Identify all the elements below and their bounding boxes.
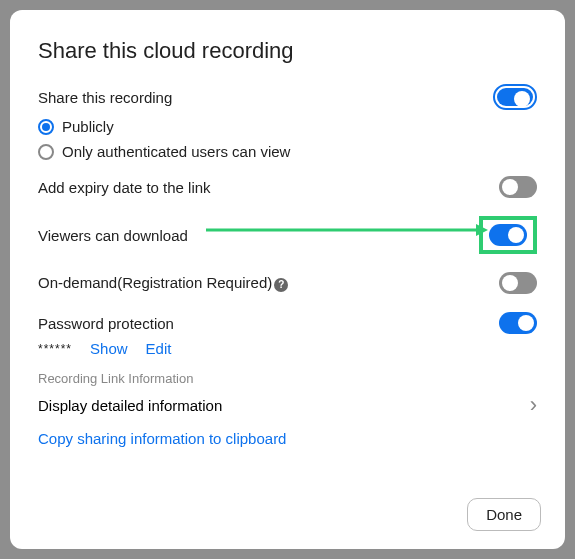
radio-publicly-label: Publicly bbox=[62, 118, 114, 135]
password-actions: ****** Show Edit bbox=[38, 340, 537, 357]
download-row: Viewers can download bbox=[38, 216, 537, 254]
dialog-title: Share this cloud recording bbox=[38, 38, 537, 64]
help-icon[interactable]: ? bbox=[274, 278, 288, 292]
chevron-right-icon: › bbox=[530, 392, 537, 418]
show-password-link[interactable]: Show bbox=[90, 340, 128, 357]
download-label: Viewers can download bbox=[38, 227, 188, 244]
ondemand-label: On-demand(Registration Required)? bbox=[38, 274, 288, 292]
share-recording-row: Share this recording bbox=[38, 84, 537, 110]
done-button[interactable]: Done bbox=[467, 498, 541, 531]
edit-password-link[interactable]: Edit bbox=[146, 340, 172, 357]
copy-sharing-info-link[interactable]: Copy sharing information to clipboard bbox=[38, 430, 537, 447]
ondemand-row: On-demand(Registration Required)? bbox=[38, 272, 537, 294]
password-row: Password protection bbox=[38, 312, 537, 334]
password-toggle[interactable] bbox=[499, 312, 537, 334]
radio-authenticated[interactable]: Only authenticated users can view bbox=[38, 143, 537, 160]
radio-publicly[interactable]: Publicly bbox=[38, 118, 537, 135]
display-detailed-info-label: Display detailed information bbox=[38, 397, 222, 414]
visibility-radio-group: Publicly Only authenticated users can vi… bbox=[38, 118, 537, 160]
display-detailed-info[interactable]: Display detailed information › bbox=[38, 392, 537, 418]
share-dialog: Share this cloud recording Share this re… bbox=[10, 10, 565, 549]
recording-link-section-label: Recording Link Information bbox=[38, 371, 537, 386]
radio-dot-icon bbox=[38, 119, 54, 135]
share-recording-toggle[interactable] bbox=[493, 84, 537, 110]
highlight-box bbox=[479, 216, 537, 254]
expiry-row: Add expiry date to the link bbox=[38, 176, 537, 198]
expiry-toggle[interactable] bbox=[499, 176, 537, 198]
share-recording-label: Share this recording bbox=[38, 89, 172, 106]
radio-authenticated-label: Only authenticated users can view bbox=[62, 143, 290, 160]
annotation-arrow-icon bbox=[206, 220, 496, 240]
expiry-label: Add expiry date to the link bbox=[38, 179, 211, 196]
download-toggle[interactable] bbox=[489, 224, 527, 246]
password-mask: ****** bbox=[38, 342, 72, 356]
password-label: Password protection bbox=[38, 315, 174, 332]
ondemand-toggle[interactable] bbox=[499, 272, 537, 294]
dialog-footer: Done bbox=[467, 498, 541, 531]
radio-dot-icon bbox=[38, 144, 54, 160]
